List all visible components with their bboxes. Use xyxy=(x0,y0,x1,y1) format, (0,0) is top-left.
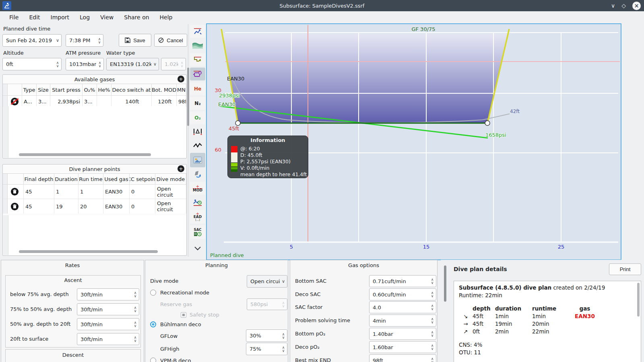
recreational-mode-radio[interactable] xyxy=(150,290,156,296)
cell-used-gas[interactable]: EAN30 xyxy=(103,199,130,214)
menu-view[interactable]: View xyxy=(95,14,119,21)
plan-text-scrollbar[interactable] xyxy=(637,283,640,317)
cell-deco-switch[interactable]: 140ft xyxy=(111,96,152,107)
minimize-icon[interactable]: ∨ xyxy=(611,3,615,8)
atm-pressure-spinner[interactable]: 1013mbar xyxy=(66,58,104,70)
col-cc-setpoint[interactable]: CC setpoint xyxy=(130,174,155,185)
ndl-toggle[interactable] xyxy=(190,196,205,209)
waypoint-handle[interactable] xyxy=(485,121,490,125)
nitrogen-graph-toggle[interactable]: N₂ xyxy=(190,97,205,110)
points-hscrollbar[interactable] xyxy=(19,250,158,253)
cell-cc-setpoint[interactable]: 0 xyxy=(130,199,155,214)
ead-toggle[interactable]: +EAD(...) xyxy=(190,210,205,224)
cell-o2[interactable]: 3... xyxy=(83,96,97,107)
dive-date-select[interactable]: Sun Feb 24, 2019 xyxy=(2,34,62,47)
cell-mnd[interactable]: 98f xyxy=(177,96,186,107)
delete-point-icon[interactable] xyxy=(8,185,24,199)
dive-profile-chart[interactable]: GF 30/75 30 60 5 15 25 EAN30 2938psi EAN… xyxy=(206,23,621,260)
col-mnd[interactable]: MN xyxy=(177,84,186,96)
left-pane-scrollbar[interactable] xyxy=(187,68,189,126)
cell-used-gas[interactable]: EAN30 xyxy=(103,185,130,199)
cell-he[interactable] xyxy=(97,96,111,107)
photos-toggle[interactable] xyxy=(190,153,205,167)
calculated-ceiling-toggle[interactable] xyxy=(190,53,205,66)
cancel-button[interactable]: Cancel xyxy=(154,34,187,47)
buhlmann-deco-radio[interactable] xyxy=(150,321,156,327)
helium-graph-toggle[interactable]: He xyxy=(190,82,205,95)
dive-plan-text[interactable]: Subsurface (4.8.5.0) dive plan created o… xyxy=(454,281,641,362)
cell-final-depth[interactable]: 45 xyxy=(24,199,54,214)
add-gas-button[interactable] xyxy=(178,76,184,82)
gflow-spinner[interactable]: 30% xyxy=(246,329,287,342)
close-icon[interactable]: × xyxy=(632,2,641,10)
save-button[interactable]: Save xyxy=(119,34,151,47)
time-tick-5: 5 xyxy=(285,244,297,250)
gfhigh-spinner[interactable]: 75% xyxy=(246,343,287,355)
altitude-spinner[interactable]: 0ft xyxy=(2,58,62,70)
problem-solving-time-spinner[interactable]: 4min xyxy=(369,315,436,327)
col-used-gas[interactable]: Used gas xyxy=(103,174,130,185)
cell-dive-mode[interactable]: Open circuit xyxy=(155,185,186,199)
col-deco-switch[interactable]: Deco switch at xyxy=(111,84,152,96)
dc-ceiling-toggle[interactable] xyxy=(190,68,205,80)
menu-import[interactable]: Import xyxy=(45,14,74,21)
dive-mode-select[interactable]: Open circuit xyxy=(247,275,287,288)
water-pressure-toggle[interactable] xyxy=(190,39,205,51)
toolbar-scroll-down-button[interactable] xyxy=(190,242,205,255)
menu-log[interactable]: Log xyxy=(74,14,95,21)
waypoint-handle[interactable] xyxy=(235,121,240,125)
cell-duration[interactable]: 19 xyxy=(54,199,78,214)
bottom-po2-spinner[interactable]: 1.40bar xyxy=(369,328,436,340)
rate-spinner[interactable]: 30ft/min xyxy=(77,303,139,315)
col-final-depth[interactable]: Final depth xyxy=(24,174,54,185)
cell-size[interactable]: 3... xyxy=(37,96,50,107)
rate-spinner[interactable]: 30ft/min xyxy=(77,318,139,330)
mod-toggle[interactable]: +MOD xyxy=(190,182,205,195)
col-bot-mod[interactable]: Bot. MOD xyxy=(152,84,177,96)
cell-bot-mod[interactable]: 120ft xyxy=(152,96,177,107)
col-o2[interactable]: O₂% xyxy=(83,84,97,96)
col-size[interactable]: Size xyxy=(37,84,50,96)
cell-start-press[interactable]: 2,938psi xyxy=(50,96,83,107)
menu-share-on[interactable]: Share on xyxy=(119,14,154,21)
cell-cc-setpoint[interactable]: 0 xyxy=(130,185,155,199)
menu-help[interactable]: Help xyxy=(155,14,178,21)
best-mix-end-spinner[interactable]: 98ft xyxy=(369,354,436,362)
delete-point-icon[interactable] xyxy=(8,199,24,214)
deco-sac-spinner[interactable]: 0.60cuft/min xyxy=(369,288,436,300)
profile-diver-toggle[interactable] xyxy=(190,25,205,38)
cell-final-depth[interactable]: 45 xyxy=(24,185,54,199)
gases-hscrollbar[interactable] xyxy=(19,153,151,156)
col-he[interactable]: He% xyxy=(97,84,111,96)
cell-type[interactable]: A... xyxy=(22,96,37,107)
water-type-select[interactable]: EN13319 (1.02k xyxy=(106,58,159,70)
col-dive-mode[interactable]: Dive mode xyxy=(155,174,186,185)
oxygen-graph-toggle[interactable]: O₂ xyxy=(190,111,205,124)
col-duration[interactable]: Duration xyxy=(54,174,78,185)
cell-duration[interactable]: 1 xyxy=(54,185,78,199)
col-run-time[interactable]: Run time xyxy=(78,174,103,185)
rate-spinner[interactable]: 30ft/min xyxy=(77,288,139,300)
cell-run-time[interactable]: 1 xyxy=(78,185,103,199)
menu-edit[interactable]: Edit xyxy=(24,14,45,21)
ruler-toggle[interactable] xyxy=(190,125,205,138)
cell-run-time[interactable]: 20 xyxy=(78,199,103,214)
flip-profile-button[interactable] xyxy=(190,168,205,181)
col-start-press[interactable]: Start press xyxy=(50,84,83,96)
cell-dive-mode[interactable]: Open circuit xyxy=(155,199,186,214)
maximize-icon[interactable]: ◇ xyxy=(621,3,626,8)
vpmb-deco-radio[interactable] xyxy=(150,358,156,362)
add-point-button[interactable] xyxy=(178,165,184,172)
delete-gas-icon[interactable] xyxy=(8,96,22,107)
menu-file[interactable]: File xyxy=(4,14,24,21)
col-type[interactable]: Type xyxy=(22,84,37,96)
rate-spinner[interactable]: 30ft/min xyxy=(77,333,139,345)
bottom-sac-spinner[interactable]: 0.71cuft/min xyxy=(369,275,436,287)
heart-rate-toggle[interactable] xyxy=(190,139,205,152)
details-scrollbar[interactable] xyxy=(444,265,446,302)
sac-factor-spinner[interactable]: 4.0 xyxy=(369,301,436,313)
deco-po2-spinner[interactable]: 1.60bar xyxy=(369,341,436,353)
dive-time-spinner[interactable]: 7:38 PM xyxy=(66,34,103,47)
sac-rate-toggle[interactable]: SAC xyxy=(190,225,205,239)
print-button[interactable]: Print xyxy=(609,263,641,275)
